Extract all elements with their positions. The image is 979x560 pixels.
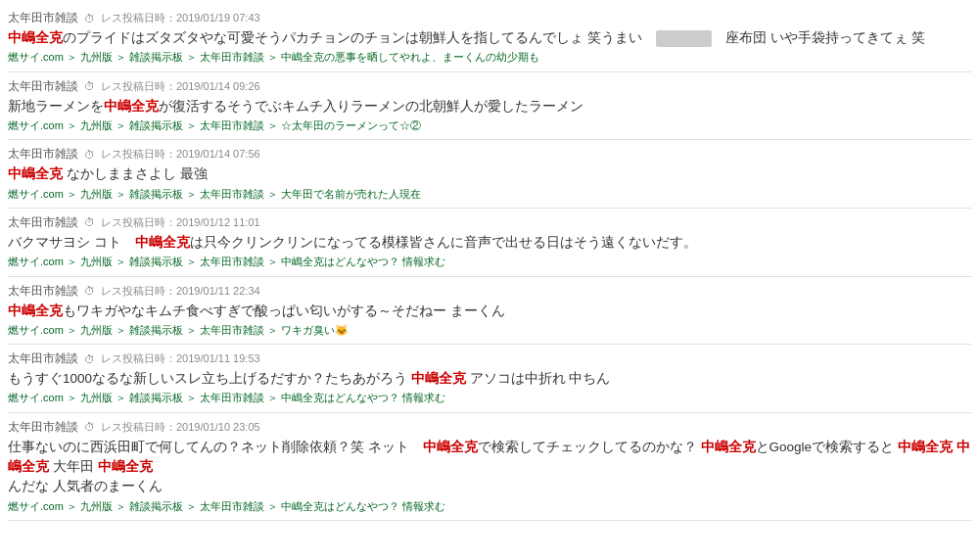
result-breadcrumb: 燃サイ.com ＞ 九州版 ＞ 雑談掲示板 ＞ 太年田市雑談 ＞ 中嶋全克はどん… xyxy=(8,255,971,269)
result-breadcrumb: 燃サイ.com ＞ 九州版 ＞ 雑談掲示板 ＞ 太年田市雑談 ＞ 中嶋全克はどん… xyxy=(8,391,971,405)
meta-row: 太年田市雑談⏱レス投稿日時：2019/01/14 09:26 xyxy=(8,78,971,95)
clock-icon: ⏱ xyxy=(84,149,95,161)
result-item: 太年田市雑談⏱レス投稿日時：2019/01/11 22:34中嶋全克もワキガやな… xyxy=(8,277,971,346)
result-breadcrumb: 燃サイ.com ＞ 九州版 ＞ 雑談掲示板 ＞ 太年田市雑談 ＞ 中嶋全克はどん… xyxy=(8,499,971,514)
result-title[interactable]: 中嶋全克のプライドはズタズタやな可愛そうパカチョンのチョンは朝鮮人を指してるんで… xyxy=(8,28,971,48)
clock-icon: ⏱ xyxy=(84,13,95,24)
meta-row: 太年田市雑談⏱レス投稿日時：2019/01/14 07:56 xyxy=(8,146,971,163)
category-tag: 太年田市雑談 xyxy=(8,350,78,367)
timestamp: レス投稿日時：2019/01/12 11:01 xyxy=(101,215,260,230)
result-item: 太年田市雑談⏱レス投稿日時：2019/01/19 07:43中嶋全克のプライドは… xyxy=(8,4,971,72)
timestamp: レス投稿日時：2019/01/11 22:34 xyxy=(101,284,260,299)
meta-row: 太年田市雑談⏱レス投稿日時：2019/01/19 07:43 xyxy=(8,10,971,26)
category-tag: 太年田市雑談 xyxy=(8,146,78,163)
clock-icon: ⏱ xyxy=(84,421,95,433)
result-item: 太年田市雑談⏱レス投稿日時：2019/01/14 09:26新地ラーメンを中嶋全… xyxy=(8,72,971,141)
blurred-content: ■■■■■■■ xyxy=(656,30,713,47)
result-item: 太年田市雑談⏱レス投稿日時：2019/01/10 23:05仕事ないのに西浜田町… xyxy=(8,413,971,521)
category-tag: 太年田市雑談 xyxy=(8,78,78,95)
clock-icon: ⏱ xyxy=(84,353,95,365)
result-title[interactable]: 中嶋全克 なかしままさよし 最強 xyxy=(8,164,971,184)
timestamp: レス投稿日時：2019/01/19 07:43 xyxy=(101,11,260,25)
timestamp: レス投稿日時：2019/01/11 19:53 xyxy=(101,351,260,366)
result-item: 太年田市雑談⏱レス投稿日時：2019/01/12 11:01バクマサヨシ コト … xyxy=(8,209,971,277)
meta-row: 太年田市雑談⏱レス投稿日時：2019/01/11 22:34 xyxy=(8,283,971,300)
result-item: 太年田市雑談⏱レス投稿日時：2019/01/14 07:56中嶋全克 なかしまま… xyxy=(8,140,971,209)
result-breadcrumb: 燃サイ.com ＞ 九州版 ＞ 雑談掲示板 ＞ 太年田市雑談 ＞ ☆太年田のラー… xyxy=(8,118,971,133)
category-tag: 太年田市雑談 xyxy=(8,214,78,231)
category-tag: 太年田市雑談 xyxy=(8,283,78,300)
meta-row: 太年田市雑談⏱レス投稿日時：2019/01/10 23:05 xyxy=(8,419,971,436)
result-title[interactable]: 新地ラーメンを中嶋全克が復活するそうでぶキムチ入りラーメンの北朝鮮人が愛したラー… xyxy=(8,97,971,117)
search-results: 太年田市雑談⏱レス投稿日時：2019/01/19 07:43中嶋全克のプライドは… xyxy=(0,0,979,525)
timestamp: レス投稿日時：2019/01/10 23:05 xyxy=(101,420,260,435)
clock-icon: ⏱ xyxy=(84,285,95,297)
result-title[interactable]: 中嶋全克もワキガやなキムチ食べすぎで酸っぱい匂いがする～そだねー まーくん xyxy=(8,302,971,321)
timestamp: レス投稿日時：2019/01/14 09:26 xyxy=(101,79,260,94)
clock-icon: ⏱ xyxy=(84,216,95,228)
result-breadcrumb: 燃サイ.com ＞ 九州版 ＞ 雑談掲示板 ＞ 太年田市雑談 ＞ ワキガ臭い🐱 xyxy=(8,323,971,338)
clock-icon: ⏱ xyxy=(84,80,95,92)
meta-row: 太年田市雑談⏱レス投稿日時：2019/01/11 19:53 xyxy=(8,350,971,367)
result-breadcrumb: 燃サイ.com ＞ 九州版 ＞ 雑談掲示板 ＞ 太年田市雑談 ＞ 中嶋全克の悪事… xyxy=(8,50,971,65)
result-title[interactable]: 仕事ないのに西浜田町で何してんの？ネット削除依頼？笑 ネット 中嶋全克で検索して… xyxy=(8,438,971,497)
timestamp: レス投稿日時：2019/01/14 07:56 xyxy=(101,147,260,162)
category-tag: 太年田市雑談 xyxy=(8,10,78,26)
result-title[interactable]: もうすぐ1000なるな新しいスレ立ち上げるだすか？たちあがろう 中嶋全克 アソコ… xyxy=(8,369,971,389)
result-breadcrumb: 燃サイ.com ＞ 九州版 ＞ 雑談掲示板 ＞ 太年田市雑談 ＞ 大年田で名前が… xyxy=(8,187,971,202)
meta-row: 太年田市雑談⏱レス投稿日時：2019/01/12 11:01 xyxy=(8,214,971,231)
result-item: 太年田市雑談⏱レス投稿日時：2019/01/11 19:53もうすぐ1000なる… xyxy=(8,345,971,413)
category-tag: 太年田市雑談 xyxy=(8,419,78,436)
result-title[interactable]: バクマサヨシ コト 中嶋全克は只今クリンクリンになってる模様皆さんに音声で出せる… xyxy=(8,233,971,253)
